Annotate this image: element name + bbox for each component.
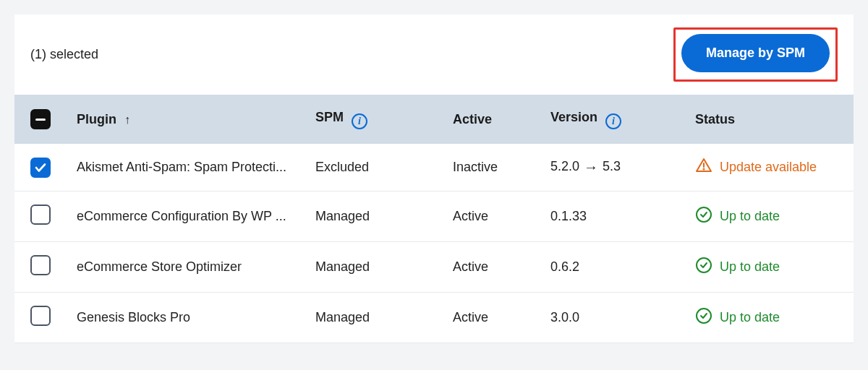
table-header-row: Plugin ↑ SPM i Active Version i Status xyxy=(14,95,854,144)
active-value: Active xyxy=(443,242,540,293)
plugin-name: Akismet Anti-Spam: Spam Protecti... xyxy=(77,160,286,175)
check-circle-icon xyxy=(695,206,712,227)
version-from: 3.0.0 xyxy=(550,310,579,324)
col-spm-header[interactable]: SPM i xyxy=(305,95,443,144)
manage-by-spm-button[interactable]: Manage by SPM xyxy=(681,34,830,72)
arrow-right-icon: → xyxy=(584,159,598,175)
status-badge: Up to date xyxy=(695,307,843,328)
spm-value: Managed xyxy=(305,242,443,293)
alert-triangle-icon xyxy=(695,157,712,178)
col-active-header[interactable]: Active xyxy=(443,95,540,144)
svg-point-3 xyxy=(697,258,711,272)
topbar: (1) selected Manage by SPM xyxy=(14,14,854,95)
plugins-table: Plugin ↑ SPM i Active Version i Status xyxy=(14,95,854,343)
col-status-header[interactable]: Status xyxy=(685,95,854,144)
version-to: 5.3 xyxy=(603,159,621,173)
version-from: 0.6.2 xyxy=(550,259,579,274)
svg-point-4 xyxy=(697,309,711,323)
status-text: Up to date xyxy=(720,209,780,224)
info-icon[interactable]: i xyxy=(352,113,367,129)
row-checkbox[interactable] xyxy=(30,158,51,178)
col-status-label: Status xyxy=(695,112,735,126)
status-text: Up to date xyxy=(720,310,780,325)
version-value: 0.6.2 xyxy=(540,242,685,293)
table-row: eCommerce Configuration By WP ...Managed… xyxy=(14,192,854,242)
check-circle-icon xyxy=(695,307,712,328)
status-badge: Up to date xyxy=(695,206,843,227)
spm-value: Excluded xyxy=(305,144,443,192)
version-value: 3.0.0 xyxy=(540,293,685,343)
version-value: 0.1.33 xyxy=(540,192,685,242)
col-version-header[interactable]: Version i xyxy=(540,95,685,144)
selection-count: (1) selected xyxy=(30,47,98,62)
plugin-name: eCommerce Store Optimizer xyxy=(77,259,242,275)
version-value: 5.2.0→5.3 xyxy=(540,144,685,192)
status-text: Up to date xyxy=(720,259,780,275)
col-active-label: Active xyxy=(453,112,492,126)
version-from: 0.1.33 xyxy=(550,209,587,223)
svg-point-2 xyxy=(697,207,711,222)
status-text: Update available xyxy=(720,160,817,175)
version-from: 5.2.0 xyxy=(550,159,579,173)
active-value: Inactive xyxy=(443,144,540,192)
col-spm-label: SPM xyxy=(315,110,344,124)
select-all-checkbox[interactable] xyxy=(30,109,51,129)
status-badge: Up to date xyxy=(695,257,843,278)
info-icon[interactable]: i xyxy=(605,113,621,129)
spm-value: Managed xyxy=(305,192,443,242)
table-row: Genesis Blocks ProManagedActive3.0.0Up t… xyxy=(14,293,854,343)
table-row: eCommerce Store OptimizerManagedActive0.… xyxy=(14,242,854,293)
col-plugin-header[interactable]: Plugin ↑ xyxy=(67,95,305,144)
col-version-label: Version xyxy=(550,110,597,124)
active-value: Active xyxy=(443,293,540,343)
plugin-name: Genesis Blocks Pro xyxy=(77,310,190,325)
row-checkbox[interactable] xyxy=(30,306,51,326)
table-row: Akismet Anti-Spam: Spam Protecti...Exclu… xyxy=(14,144,854,192)
sort-ascending-icon: ↑ xyxy=(124,113,130,126)
check-circle-icon xyxy=(695,257,712,278)
row-checkbox[interactable] xyxy=(30,255,51,275)
svg-point-1 xyxy=(703,169,704,170)
col-plugin-label: Plugin xyxy=(77,112,116,126)
spm-value: Managed xyxy=(305,293,443,343)
highlight-annotation: Manage by SPM xyxy=(673,27,838,82)
row-checkbox[interactable] xyxy=(30,205,51,225)
plugin-name: eCommerce Configuration By WP ... xyxy=(77,209,286,224)
status-badge: Update available xyxy=(695,157,843,178)
active-value: Active xyxy=(443,192,540,242)
